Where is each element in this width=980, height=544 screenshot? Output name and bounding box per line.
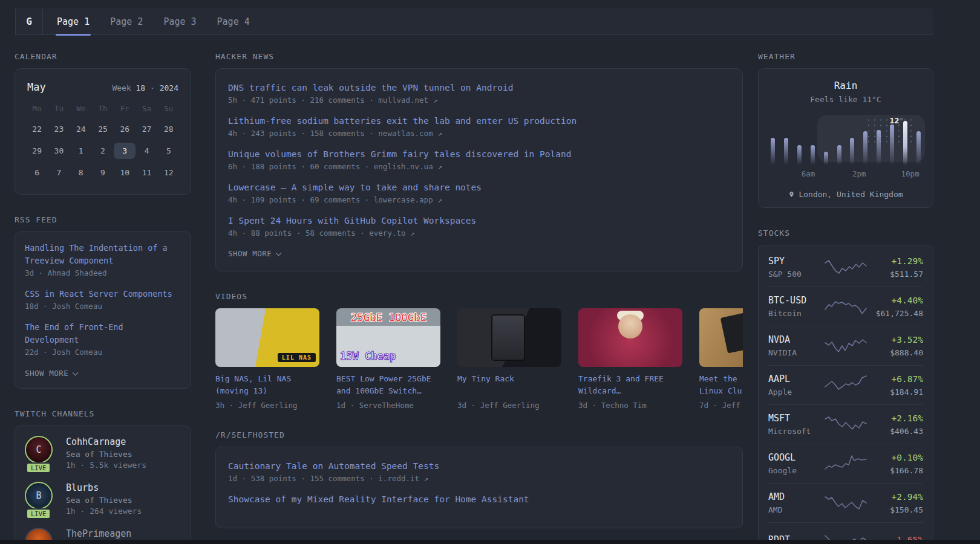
hn-card: DNS traffic can leak outside the VPN tun… xyxy=(215,68,743,271)
video-meta: 3d · Techno Tim xyxy=(578,401,682,410)
stock-row[interactable]: SPY S&P 500 +1.29% $511.57 xyxy=(768,248,923,287)
stock-name: NVIDIA xyxy=(768,348,824,357)
tab-page-3[interactable]: Page 3 xyxy=(163,8,196,34)
video-thumbnail[interactable]: FA xyxy=(699,308,743,367)
stock-symbol: AMD xyxy=(768,491,824,503)
rss-item-link[interactable]: The End of Front-End Development xyxy=(25,321,181,346)
live-badge: LIVE xyxy=(26,508,51,519)
calendar-day: 2 xyxy=(92,143,114,159)
twitch-channel-game: Sea of Thieves xyxy=(66,450,146,459)
hn-item-meta: 4h · 109 points · 69 comments · lowercas… xyxy=(228,195,730,204)
stock-name: Microsoft xyxy=(768,427,824,436)
tab-page-4[interactable]: Page 4 xyxy=(217,8,250,34)
rss-item-link[interactable]: Handling The Indentation of a Treeview C… xyxy=(25,242,181,267)
twitch-avatar-wrap: C LIVE xyxy=(25,436,56,470)
top-nav: G Page 1 Page 2 Page 3 Page 4 xyxy=(15,8,933,35)
stock-row[interactable]: AAPL Apple +6.87% $184.91 xyxy=(768,365,923,404)
stock-row[interactable]: AMD AMD +2.94% $150.45 xyxy=(768,483,923,522)
stock-row[interactable]: GOOGL Google +0.10% $166.78 xyxy=(768,444,923,483)
calendar-day: 30 xyxy=(48,143,70,159)
hn-show-more-button[interactable]: SHOW MORE xyxy=(228,249,281,258)
calendar-day: 9 xyxy=(92,164,114,181)
stock-name: AMD xyxy=(768,505,824,514)
week-number: 18 xyxy=(136,83,146,92)
axis-label: 2pm xyxy=(852,169,866,178)
video-title-link[interactable]: BEST Low Power 25GbE and 100GbE Switch… xyxy=(336,373,440,397)
twitch-section-title: TWITCH CHANNELS xyxy=(15,409,191,418)
hn-item-meta: 5h · 471 points · 216 comments · mullvad… xyxy=(228,96,730,105)
video-meta: 3d · Jeff Geerling xyxy=(457,401,561,410)
day-header: We xyxy=(70,102,92,115)
video-card: 25GbE 100GbE 15W Cheap BEST Low Power 25… xyxy=(336,308,440,410)
video-thumbnail[interactable] xyxy=(457,308,561,367)
stock-row[interactable]: BTC-USD Bitcoin +4.40% $61,725.48 xyxy=(768,287,923,326)
twitch-channel-row[interactable]: B LIVE Blurbs Sea of Thieves 1h · 264 vi… xyxy=(25,482,181,516)
calendar-year: 2024 xyxy=(160,83,178,92)
stock-price: $166.78 xyxy=(867,466,923,475)
twitch-channel-name[interactable]: CohhCarnage xyxy=(66,436,146,448)
weather-feels-like: Feels like 11°C xyxy=(771,95,921,104)
tab-page-1[interactable]: Page 1 xyxy=(57,8,90,34)
rss-item-link[interactable]: CSS in React Server Components xyxy=(25,288,181,300)
reddit-item-link[interactable]: Showcase of my Mixed Reality Interface f… xyxy=(228,493,730,506)
stock-symbol: AAPL xyxy=(768,374,824,385)
thumbnail-text: 15W Cheap xyxy=(340,350,396,362)
stock-row[interactable]: NVDA NVIDIA +3.52% $888.40 xyxy=(768,326,923,365)
rss-show-more-button[interactable]: SHOW MORE xyxy=(25,369,77,378)
temperature-bar xyxy=(877,130,881,164)
hn-item-link[interactable]: Lowercase – A simple way to take and sha… xyxy=(228,181,730,194)
temperature-bar xyxy=(797,145,802,164)
stock-change: +2.16% xyxy=(867,413,923,424)
stock-identity: AMD AMD xyxy=(768,491,824,514)
twitch-channel-name[interactable]: Blurbs xyxy=(66,482,142,494)
video-thumbnail[interactable]: 25GbE 100GbE 15W Cheap xyxy=(336,308,440,367)
hn-item-link[interactable]: Lithium-free sodium batteries exit the l… xyxy=(228,114,730,128)
video-thumbnail[interactable] xyxy=(578,308,682,367)
day-header: Fr xyxy=(114,102,136,115)
week-label: Week xyxy=(112,83,131,92)
hn-item-link[interactable]: I Spent 24 Hours with GitHub Copilot Wor… xyxy=(228,214,730,227)
server-rack-graphic xyxy=(492,316,524,360)
stock-change: +1.29% xyxy=(867,256,923,267)
stock-values: +2.16% $406.43 xyxy=(867,413,923,436)
temperature-bar xyxy=(850,138,854,164)
calendar-day: 25 xyxy=(92,121,114,137)
twitch-channel-info: CohhCarnage Sea of Thieves 1h · 5.5k vie… xyxy=(66,436,146,470)
calendar-card: May Week 18 · 2024 Mo Tu We Th Fr Sa Su … xyxy=(15,68,191,195)
tab-page-2[interactable]: Page 2 xyxy=(110,8,143,34)
temperature-bar xyxy=(837,145,841,164)
video-thumbnail[interactable]: LIL NAS xyxy=(215,308,319,367)
day-header: Th xyxy=(92,102,114,115)
stocks-widget: STOCKS SPY S&P 500 +1.29% $511.57 BTC-US xyxy=(758,228,933,544)
stock-identity: BTC-USD Bitcoin xyxy=(768,295,824,318)
temperature-bar xyxy=(811,145,815,164)
stock-row[interactable]: MSFT Microsoft +2.16% $406.43 xyxy=(768,404,923,444)
video-title-link[interactable]: My Tiny Rack xyxy=(457,373,561,397)
stock-change: +2.94% xyxy=(867,491,923,503)
degree-symbol: ° xyxy=(899,116,904,125)
hn-item: Unique volumes of Brothers Grimm fairy t… xyxy=(228,147,730,171)
middle-column: HACKER NEWS DNS traffic can leak outside… xyxy=(215,52,743,544)
calendar-widget: CALENDAR May Week 18 · 2024 Mo Tu We Th … xyxy=(15,52,191,195)
stock-price: $61,725.48 xyxy=(867,309,923,318)
show-more-label: SHOW MORE xyxy=(25,369,68,378)
rss-item-meta: 3d · Ahmad Shadeed xyxy=(25,268,181,277)
stock-values: +3.52% $888.40 xyxy=(867,334,923,357)
hn-item-link[interactable]: Unique volumes of Brothers Grimm fairy t… xyxy=(228,147,730,161)
twitch-channel-row[interactable]: C LIVE CohhCarnage Sea of Thieves 1h · 5… xyxy=(25,436,181,470)
week-separator: · xyxy=(150,83,155,92)
weather-location-text: London, United Kingdom xyxy=(799,190,903,199)
reddit-item-link[interactable]: Cautionary Tale on Automated Speed Tests xyxy=(228,459,730,473)
weather-axis-labels: 6am 2pm 10pm xyxy=(771,169,921,180)
video-title-link[interactable]: Meet the Linux Clu xyxy=(699,373,743,397)
twitch-channel-meta: 1h · 5.5k viewers xyxy=(66,461,146,470)
video-title-link[interactable]: Traefik 3 and FREE Wildcard… xyxy=(578,373,682,397)
video-title-link[interactable]: Big NAS, Lil NAS (moving 13) xyxy=(215,373,319,397)
twitch-channel-name[interactable]: ThePrimeagen xyxy=(66,528,131,540)
hn-item: Lithium-free sodium batteries exit the l… xyxy=(228,114,730,138)
hn-item-meta: 4h · 243 points · 158 comments · newatla… xyxy=(228,129,730,138)
videos-widget: VIDEOS LIL NAS Big NAS, Lil NAS (moving … xyxy=(215,292,743,410)
hn-item-link[interactable]: DNS traffic can leak outside the VPN tun… xyxy=(228,81,730,94)
stock-sparkline xyxy=(824,453,867,474)
face-graphic xyxy=(618,314,642,338)
